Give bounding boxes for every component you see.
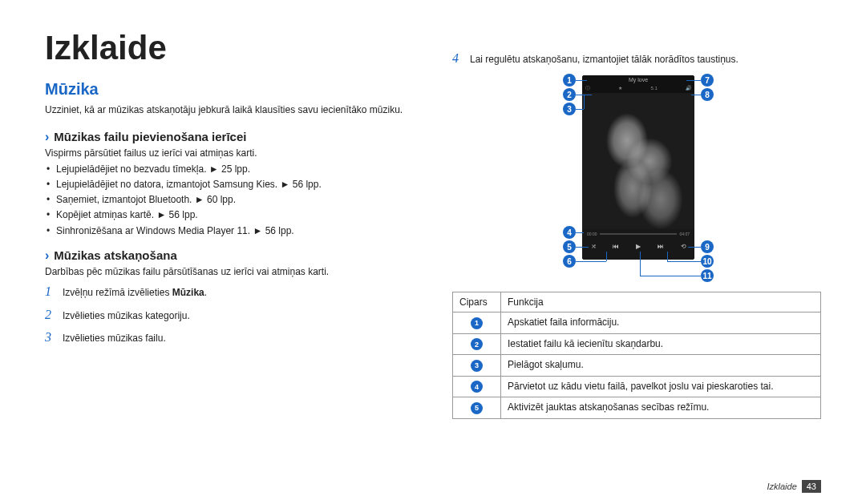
star-icon: ★ <box>618 84 622 92</box>
row-function: Pārvietot uz kādu vietu failā, pavelkot … <box>501 376 821 397</box>
step-text: Izvēļņu režīmā izvēlieties Mūzika. <box>63 284 207 302</box>
track-title: My love <box>582 76 694 84</box>
page-title: Izklaide <box>45 29 414 67</box>
table-row: 1 Apskatiet faila informāciju. <box>453 312 821 334</box>
list-item: Saņemiet, izmantojot Bluetooth. ► 60 lpp… <box>47 192 414 208</box>
row-number: 2 <box>471 338 483 350</box>
callout-2: 2 <box>563 88 576 101</box>
table-row: 5 Aktivizēt jauktas atskaņošanas secības… <box>453 397 821 419</box>
callout-5: 5 <box>563 240 576 253</box>
list-item: Sinhronizēšana ar Windows Media Player 1… <box>47 224 414 239</box>
callout-10: 10 <box>701 255 714 268</box>
row-function: Iestatiet failu kā iecienītu skaņdarbu. <box>501 333 821 355</box>
time-elapsed: 00:00 <box>587 232 597 236</box>
table-row: 2 Iestatiet failu kā iecienītu skaņdarbu… <box>453 333 821 355</box>
row-number: 4 <box>471 381 483 393</box>
sub-intro-2: Darbības pēc mūzikas failu pārsūtīšanas … <box>45 266 414 277</box>
section-heading: Mūzika <box>45 80 414 99</box>
callout-6: 6 <box>563 255 576 268</box>
header-funkcija: Funkcija <box>501 292 821 312</box>
page-footer: Izklaide 43 <box>767 480 821 493</box>
phone-controls: 00:00 04:07 ⤨ ⏮ ▶ ⏭ ⟲ <box>582 229 694 260</box>
table-header-row: Cipars Funkcija <box>453 292 821 312</box>
table-row: 4 Pārvietot uz kādu vietu failā, pavelko… <box>453 376 821 397</box>
callout-7: 7 <box>701 74 714 87</box>
step-item: 3 Izvēlieties mūzikas failu. <box>45 326 414 349</box>
info-icon: ⓘ <box>585 84 590 92</box>
play-icon: ▶ <box>633 243 644 250</box>
header-cipars: Cipars <box>453 292 501 312</box>
callout-9: 9 <box>701 240 714 253</box>
row-function: Aktivizēt jauktas atskaņošanas secības r… <box>501 397 821 419</box>
row-number: 5 <box>471 402 483 414</box>
shuffle-icon: ⤨ <box>588 243 599 250</box>
subheading-add-files: › Mūzikas failu pievienošana ierīcei <box>45 130 414 144</box>
player-diagram: My love ⓘ ★ 5.1 🔊 00:00 04:07 <box>508 74 765 282</box>
sub-intro-1: Vispirms pārsūtiet failus uz ierīci vai … <box>45 147 414 159</box>
prev-icon: ⏮ <box>610 243 621 250</box>
list-item: Lejupielādējiet no datora, izmantojot Sa… <box>47 177 414 192</box>
row-function: Apskatiet faila informāciju. <box>501 312 821 334</box>
next-icon: ⏭ <box>655 243 666 250</box>
list-item: Lejupielādējiet no bezvadu tīmekļa. ► 25… <box>47 162 414 177</box>
callout-3: 3 <box>563 103 576 115</box>
steps-list: 1 Izvēļņu režīmā izvēlieties Mūzika. 2 I… <box>45 280 414 349</box>
list-item: Kopējiet atmiņas kartē. ► 56 lpp. <box>47 208 414 223</box>
row-number: 3 <box>471 360 483 372</box>
callout-8: 8 <box>701 88 714 101</box>
phone-mockup: My love ⓘ ★ 5.1 🔊 00:00 04:07 <box>582 75 694 260</box>
step-item: 2 Izvēlieties mūzikas kategoriju. <box>45 304 414 327</box>
step-number: 4 <box>452 51 463 66</box>
step-text: Izvēlieties mūzikas failu. <box>63 330 166 348</box>
repeat-icon: ⟲ <box>678 243 689 250</box>
step-number: 3 <box>45 326 56 349</box>
functions-table: Cipars Funkcija 1 Apskatiet faila inform… <box>452 292 821 419</box>
row-number: 1 <box>471 317 483 329</box>
step-text: Izvēlieties mūzikas kategoriju. <box>63 308 190 325</box>
bullet-list: Lejupielādējiet no bezvadu tīmekļa. ► 25… <box>45 162 414 239</box>
subheading-play: › Mūzikas atskaņošana <box>45 248 414 263</box>
time-total: 04:07 <box>679 232 690 236</box>
chevron-right-icon: › <box>45 130 49 144</box>
callout-1: 1 <box>563 74 576 87</box>
step-number: 1 <box>45 280 56 304</box>
volume-icon: 🔊 <box>686 84 691 92</box>
callout-11: 11 <box>701 269 714 282</box>
rating: 5.1 <box>650 84 657 92</box>
table-row: 3 Pielāgot skaļumu. <box>453 355 821 377</box>
step-number: 2 <box>45 304 56 327</box>
subheading-label: Mūzikas atskaņošana <box>54 248 176 262</box>
step-item: 1 Izvēļņu režīmā izvēlieties Mūzika. <box>45 280 414 304</box>
progress-bar <box>600 233 678 235</box>
phone-top-bar: My love ⓘ ★ 5.1 🔊 <box>582 75 694 93</box>
step-4: 4 Lai regulētu atskaņošanu, izmantojiet … <box>452 51 821 66</box>
page-number: 43 <box>802 480 821 493</box>
footer-label: Izklaide <box>767 482 796 491</box>
album-art <box>582 93 694 229</box>
row-function: Pielāgot skaļumu. <box>501 355 821 377</box>
step-text: Lai regulētu atskaņošanu, izmantojiet tā… <box>470 54 739 65</box>
callout-4: 4 <box>563 226 576 239</box>
chevron-right-icon: › <box>45 248 49 263</box>
intro-text: Uzziniet, kā ar mūzikas atskaņotāju jebk… <box>45 103 414 117</box>
subheading-label: Mūzikas failu pievienošana ierīcei <box>54 130 246 143</box>
